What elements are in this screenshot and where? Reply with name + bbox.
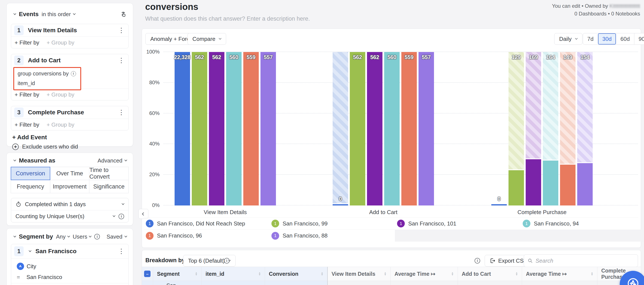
mode-conversion[interactable]: Conversion bbox=[11, 167, 50, 180]
event-step-2[interactable]: 2 Add to Cart ⋮ group conversions by i i… bbox=[11, 54, 129, 100]
counting-by-row[interactable]: Counting by Unique User(s) i bbox=[11, 210, 128, 222]
funnel-bar[interactable]: 129 bbox=[508, 52, 524, 205]
conversion-window-row[interactable]: Completed within 1 days bbox=[11, 198, 128, 210]
range-60d[interactable]: 60d bbox=[616, 33, 634, 45]
segment-property-row[interactable]: City bbox=[17, 261, 124, 271]
funnel-bar[interactable]: 164 bbox=[543, 52, 558, 205]
filter-by-link[interactable]: + Filter by bbox=[14, 91, 39, 98]
column-header-1[interactable]: Segment▲▼ bbox=[153, 267, 202, 281]
info-icon[interactable]: i bbox=[94, 234, 100, 239]
range-90d[interactable]: 90d bbox=[634, 33, 644, 45]
info-icon[interactable]: i bbox=[118, 214, 124, 219]
sort-icon[interactable]: ▲▼ bbox=[321, 272, 324, 276]
mode-significance[interactable]: Significance bbox=[89, 180, 129, 193]
report-title[interactable]: conversions bbox=[145, 2, 198, 12]
users-dropdown[interactable]: Users bbox=[73, 233, 92, 240]
report-description-placeholder[interactable]: What question does this chart answer? En… bbox=[145, 16, 310, 22]
group-conversions-annotation[interactable]: group conversions by i item_id bbox=[13, 67, 81, 90]
any-dropdown[interactable]: Any bbox=[56, 233, 70, 240]
collapse-chevron-icon[interactable] bbox=[14, 158, 16, 161]
column-header-4[interactable]: View Item Details▲▼ bbox=[328, 267, 390, 281]
event-order-dropdown[interactable]: in this order bbox=[42, 11, 75, 18]
breakdown-search[interactable] bbox=[524, 254, 638, 267]
chevron-down-icon[interactable] bbox=[29, 249, 32, 252]
operator[interactable]: = bbox=[17, 274, 20, 280]
funnel-bar[interactable]: 562 bbox=[192, 52, 207, 205]
funnel-bar[interactable]: 557 bbox=[260, 52, 276, 205]
funnel-bar[interactable]: 560 bbox=[226, 52, 242, 205]
segment-value-row[interactable]: = San Francisco bbox=[17, 271, 124, 283]
sort-icon[interactable]: ▲▼ bbox=[591, 272, 593, 276]
sort-icon[interactable]: ▲▼ bbox=[195, 272, 198, 276]
funnel-bar[interactable]: 560 bbox=[384, 52, 400, 205]
column-header-5[interactable]: Average Time ↦▲▼ bbox=[390, 267, 458, 281]
group-by-link[interactable]: + Group by bbox=[46, 39, 74, 46]
legend-item[interactable]: 1San Francisco, 99 bbox=[269, 217, 395, 229]
filter-by-link[interactable]: + Filter by bbox=[14, 121, 39, 128]
funnel-bar[interactable]: 22,328 bbox=[174, 52, 190, 205]
funnel-bar[interactable]: 562 bbox=[350, 52, 365, 205]
segment-name[interactable]: San Francisco bbox=[36, 248, 114, 255]
step-name[interactable]: Add to Cart bbox=[28, 57, 114, 64]
group-by-property[interactable]: item_id bbox=[18, 80, 76, 86]
exclude-users-button[interactable]: + Exclude users who did bbox=[12, 143, 78, 150]
collapse-chevron-icon[interactable] bbox=[14, 234, 16, 237]
search-input[interactable] bbox=[536, 257, 630, 264]
funnel-bar[interactable]: 557 bbox=[418, 52, 434, 205]
legend-item[interactable]: 1San Francisco, 94 bbox=[520, 217, 644, 229]
info-icon[interactable]: i bbox=[71, 71, 76, 76]
sort-icon[interactable]: ▲▼ bbox=[515, 272, 518, 276]
step-menu-icon[interactable]: ⋮ bbox=[118, 109, 124, 116]
mode-frequency[interactable]: Frequency bbox=[11, 180, 50, 193]
table-row[interactable]: ✓1San FranciscoDid Not Reach Step0.00%22… bbox=[142, 281, 641, 285]
add-event-button[interactable]: + Add Event bbox=[12, 134, 47, 141]
table-info-icon[interactable]: i bbox=[474, 258, 480, 263]
step-name[interactable]: View Item Details bbox=[28, 27, 114, 34]
segment-value[interactable]: San Francisco bbox=[26, 274, 62, 280]
sort-icon[interactable]: ▲▼ bbox=[258, 272, 261, 276]
event-step-1[interactable]: 1 View Item Details ⋮ + Filter by + Grou… bbox=[11, 24, 129, 48]
funnel-bar[interactable]: 0 bbox=[491, 52, 507, 205]
mode-time-to-convert[interactable]: Time to Convert bbox=[89, 167, 129, 180]
funnel-bar[interactable]: 559 bbox=[401, 52, 417, 205]
column-header-7[interactable]: Average Time ↦▲▼ bbox=[522, 267, 598, 281]
funnel-bar[interactable]: 154 bbox=[577, 52, 593, 205]
group-by-link[interactable]: + Group by bbox=[46, 121, 74, 128]
step-menu-icon[interactable]: ⋮ bbox=[118, 57, 124, 64]
group-by-link[interactable]: + Group by bbox=[46, 91, 74, 98]
sort-icon[interactable]: ▲▼ bbox=[384, 272, 386, 276]
legend-item[interactable]: 1San Francisco, 88 bbox=[269, 229, 395, 241]
event-step-3[interactable]: 3 Complete Purchase ⋮ + Filter by + Grou… bbox=[11, 106, 129, 130]
filter-by-link[interactable]: + Filter by bbox=[14, 39, 39, 46]
select-events-hand-icon[interactable] bbox=[120, 11, 127, 18]
step-menu-icon[interactable]: ⋮ bbox=[118, 27, 124, 34]
advanced-dropdown[interactable]: Advanced bbox=[98, 157, 127, 164]
legend-item[interactable]: 1San Francisco, Did Not Reach Step bbox=[144, 217, 269, 229]
mode-improvement[interactable]: Improvement bbox=[50, 180, 90, 193]
legend-item[interactable]: 1San Francisco, 96 bbox=[144, 229, 269, 241]
collapse-chevron-icon[interactable] bbox=[14, 12, 16, 15]
segment-card-1[interactable]: 1 San Francisco ⋮ City = S bbox=[11, 244, 129, 285]
info-icon[interactable]: i bbox=[224, 258, 230, 263]
funnel-bar[interactable]: 562 bbox=[367, 52, 382, 205]
funnel-bar[interactable]: 559 bbox=[243, 52, 259, 205]
funnel-bar[interactable]: 169 bbox=[526, 52, 541, 205]
column-header-3[interactable]: Conversion▲▼ bbox=[265, 267, 328, 281]
column-header-2[interactable]: item_id▲▼ bbox=[202, 267, 265, 281]
mode-over-time[interactable]: Over Time bbox=[50, 167, 90, 180]
sort-icon[interactable]: ▲▼ bbox=[451, 272, 454, 276]
funnel-bar[interactable]: 562 bbox=[209, 52, 224, 205]
compare-dropdown[interactable]: Compare bbox=[188, 33, 226, 45]
segment-menu-icon[interactable]: ⋮ bbox=[118, 248, 124, 254]
legend-item[interactable]: 1San Francisco, 101 bbox=[395, 217, 520, 229]
range-30d[interactable]: 30d bbox=[598, 33, 616, 45]
funnel-bar[interactable]: 149 bbox=[560, 52, 576, 205]
saved-dropdown[interactable]: Saved bbox=[106, 233, 127, 240]
select-all-checkbox-indeterminate[interactable]: – bbox=[144, 270, 150, 277]
funnel-bar[interactable]: 0 bbox=[333, 52, 348, 205]
step-name[interactable]: Complete Purchase bbox=[28, 109, 114, 116]
column-header-6[interactable]: Add to Cart▲▼ bbox=[458, 267, 522, 281]
chevron-down-icon bbox=[122, 202, 124, 205]
range-7d[interactable]: 7d bbox=[583, 33, 598, 45]
granularity-dropdown[interactable]: Daily bbox=[554, 33, 582, 45]
